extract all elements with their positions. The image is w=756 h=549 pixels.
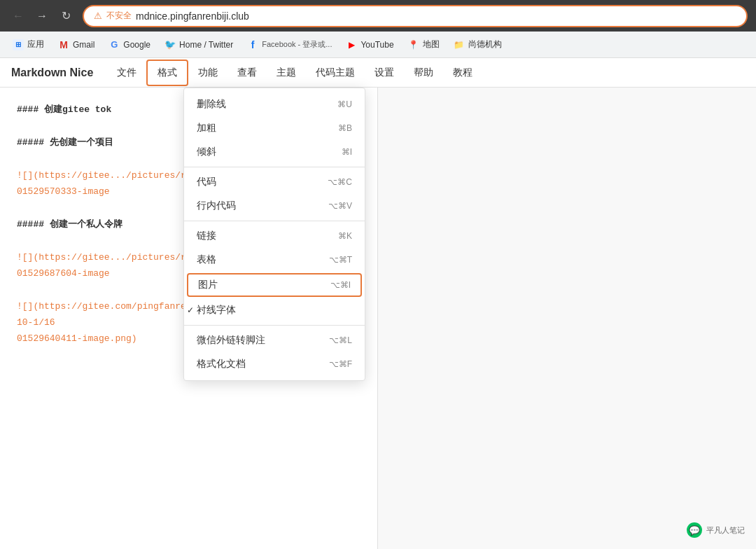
format-table[interactable]: 表格 ⌥⌘T xyxy=(184,248,365,272)
format-link[interactable]: 链接 ⌘K xyxy=(184,224,365,248)
bold-label: 加粗 xyxy=(197,122,216,134)
format-format-doc[interactable]: 格式化文档 ⌥⌘F xyxy=(184,352,365,376)
menu-file[interactable]: 文件 xyxy=(107,61,146,85)
menu-view[interactable]: 查看 xyxy=(227,61,267,85)
strikethrough-shortcut: ⌘U xyxy=(337,99,352,109)
menu-theme[interactable]: 主题 xyxy=(267,61,306,85)
wechat-link-label: 微信外链转脚注 xyxy=(197,334,265,347)
bookmark-maps[interactable]: 📍 地图 xyxy=(402,36,445,53)
divider-1 xyxy=(184,167,365,167)
bookmark-folder[interactable]: 📁 尚德机构 xyxy=(448,36,507,53)
folder-icon: 📁 xyxy=(454,39,465,50)
bookmark-youtube-label: YouTube xyxy=(360,40,393,50)
menu-function[interactable]: 功能 xyxy=(188,61,227,85)
bookmark-gmail[interactable]: M Gmail xyxy=(52,36,100,53)
bookmark-folder-label: 尚德机构 xyxy=(468,39,502,50)
bookmark-apps-label: 应用 xyxy=(27,39,44,50)
menu-format[interactable]: 格式 xyxy=(146,60,188,86)
security-warning-icon: ⚠ xyxy=(94,11,102,21)
gmail-icon: M xyxy=(58,39,69,50)
link-label: 链接 xyxy=(197,230,216,242)
menu-settings[interactable]: 设置 xyxy=(365,61,404,85)
twitter-icon: 🐦 xyxy=(164,39,176,50)
format-code[interactable]: 代码 ⌥⌘C xyxy=(184,170,365,194)
serif-label: 衬线字体 xyxy=(197,304,236,317)
strikethrough-label: 删除线 xyxy=(197,98,226,111)
back-button[interactable]: ← xyxy=(8,6,28,26)
bookmark-google-label: Google xyxy=(123,40,150,50)
address-bar[interactable]: ⚠ 不安全 mdnice.pingfanrenbiji.club xyxy=(83,5,748,27)
dropdown-overlay[interactable]: 删除线 ⌘U 加粗 ⌘B 倾斜 ⌘I 代码 ⌥⌘C 行内代码 ⌥⌘V xyxy=(0,88,756,549)
nav-buttons: ← → ↻ xyxy=(8,6,76,26)
bookmark-maps-label: 地图 xyxy=(423,39,440,50)
bookmarks-bar: ⊞ 应用 M Gmail G Google 🐦 Home / Twitter f… xyxy=(0,32,756,58)
bookmark-youtube[interactable]: ▶ YouTube xyxy=(340,36,399,53)
inline-code-label: 行内代码 xyxy=(197,200,236,212)
format-italic[interactable]: 倾斜 ⌘I xyxy=(184,140,365,164)
table-label: 表格 xyxy=(197,253,216,266)
bookmark-twitter-label: Home / Twitter xyxy=(179,40,233,50)
menu-tutorial[interactable]: 教程 xyxy=(443,61,482,85)
italic-label: 倾斜 xyxy=(197,146,216,158)
format-doc-label: 格式化文档 xyxy=(197,358,246,370)
format-serif[interactable]: 衬线字体 xyxy=(184,298,365,322)
divider-2 xyxy=(184,221,365,221)
youtube-icon: ▶ xyxy=(346,39,357,50)
address-text: mdnice.pingfanrenbiji.club xyxy=(136,11,736,22)
image-shortcut: ⌥⌘I xyxy=(330,280,351,290)
format-inline-code[interactable]: 行内代码 ⌥⌘V xyxy=(184,194,365,218)
bookmark-gmail-label: Gmail xyxy=(73,40,94,50)
italic-shortcut: ⌘I xyxy=(342,147,352,157)
bookmark-facebook[interactable]: f Facebook - 登录或... xyxy=(241,36,337,53)
format-doc-shortcut: ⌥⌘F xyxy=(329,359,352,369)
main-area: #### 创建gitee tok ##### 先创建一个项目 ![](https… xyxy=(0,88,756,549)
code-shortcut: ⌥⌘C xyxy=(328,177,352,187)
not-secure-label: 不安全 xyxy=(106,10,132,22)
link-shortcut: ⌘K xyxy=(338,231,352,241)
reload-button[interactable]: ↻ xyxy=(56,6,76,26)
image-label: 图片 xyxy=(198,279,218,291)
divider-3 xyxy=(184,325,365,326)
format-wechat-link[interactable]: 微信外链转脚注 ⌥⌘L xyxy=(184,328,365,352)
maps-icon: 📍 xyxy=(408,39,419,50)
bookmark-twitter[interactable]: 🐦 Home / Twitter xyxy=(159,36,239,53)
browser-chrome: ← → ↻ ⚠ 不安全 mdnice.pingfanrenbiji.club xyxy=(0,0,756,32)
menu-code-theme[interactable]: 代码主题 xyxy=(306,61,365,85)
bookmark-google[interactable]: G Google xyxy=(103,36,156,53)
format-dropdown-menu: 删除线 ⌘U 加粗 ⌘B 倾斜 ⌘I 代码 ⌥⌘C 行内代码 ⌥⌘V xyxy=(183,88,365,381)
app-brand: Markdown Nice xyxy=(11,67,93,79)
menu-help[interactable]: 帮助 xyxy=(404,61,443,85)
forward-button[interactable]: → xyxy=(32,6,52,26)
bold-shortcut: ⌘B xyxy=(338,123,352,133)
inline-code-shortcut: ⌥⌘V xyxy=(328,201,352,211)
code-label: 代码 xyxy=(197,176,216,188)
facebook-icon: f xyxy=(247,39,258,50)
format-bold[interactable]: 加粗 ⌘B xyxy=(184,116,365,140)
apps-icon: ⊞ xyxy=(13,39,24,50)
format-strikethrough[interactable]: 删除线 ⌘U xyxy=(184,92,365,116)
format-image[interactable]: 图片 ⌥⌘I xyxy=(187,273,362,297)
table-shortcut: ⌥⌘T xyxy=(329,255,352,265)
app-menubar: Markdown Nice 文件 格式 功能 查看 主题 代码主题 设置 帮助 … xyxy=(0,58,756,88)
wechat-link-shortcut: ⌥⌘L xyxy=(329,335,352,345)
google-icon: G xyxy=(108,39,120,50)
bookmark-apps[interactable]: ⊞ 应用 xyxy=(7,36,50,53)
bookmark-facebook-label: Facebook - 登录或... xyxy=(262,39,332,50)
